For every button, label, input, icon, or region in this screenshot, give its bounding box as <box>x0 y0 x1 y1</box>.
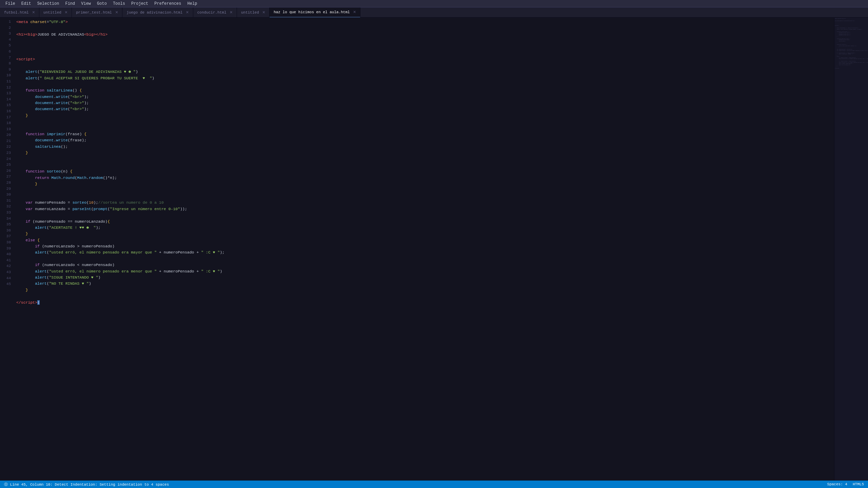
editor[interactable]: 1 2 3 4 5 6 7 8 9 10 11 12 13 14 15 16 1… <box>0 18 834 481</box>
status-message: ⓪ Line 45, Column 10: Detect Indentation… <box>4 482 169 487</box>
tab-label: juego de adivinacion.html <box>126 11 182 15</box>
menu-goto[interactable]: Goto <box>94 1 110 7</box>
tab-close-icon[interactable]: × <box>186 10 189 15</box>
menu-bar: File Edit Selection Find View Goto Tools… <box>0 0 868 7</box>
menu-project[interactable]: Project <box>129 1 151 7</box>
status-bar: ⓪ Line 45, Column 10: Detect Indentation… <box>0 481 868 488</box>
tab-juego-adivinacion[interactable]: juego de adivinacion.html × <box>122 7 193 18</box>
status-syntax[interactable]: HTML5 <box>853 482 864 486</box>
tab-primer-test[interactable]: primer_test.html × <box>72 7 122 18</box>
tab-haz-lo-que[interactable]: haz lo que hicimos en el aula.html × <box>270 7 360 18</box>
tab-close-icon[interactable]: × <box>353 10 356 15</box>
menu-help[interactable]: Help <box>185 1 200 7</box>
tab-label: futbol.html <box>4 11 29 15</box>
status-left: ⓪ Line 45, Column 10: Detect Indentation… <box>4 482 169 487</box>
status-right: Spaces: 4 HTML5 <box>827 482 864 486</box>
status-spaces[interactable]: Spaces: 4 <box>827 482 847 486</box>
tab-close-icon[interactable]: × <box>230 10 233 15</box>
menu-selection[interactable]: Selection <box>35 1 62 7</box>
tab-label: primer_test.html <box>76 11 112 15</box>
tab-futbol[interactable]: futbol.html × <box>0 7 39 18</box>
menu-view[interactable]: View <box>78 1 94 7</box>
menu-find[interactable]: Find <box>62 1 78 7</box>
tab-bar: futbol.html × untitled × primer_test.htm… <box>0 7 868 18</box>
menu-file[interactable]: File <box>3 1 18 7</box>
tab-untitled2[interactable]: untitled × <box>237 7 270 18</box>
main-layout: 1 2 3 4 5 6 7 8 9 10 11 12 13 14 15 16 1… <box>0 18 868 481</box>
tab-close-icon[interactable]: × <box>262 10 265 15</box>
menu-edit[interactable]: Edit <box>19 1 34 7</box>
tab-label: untitled <box>241 11 259 15</box>
tab-close-icon[interactable]: × <box>115 10 118 15</box>
code-content[interactable]: <meta charset="UTF-8"> <h1><big>JUEGO DE… <box>14 18 834 481</box>
menu-preferences[interactable]: Preferences <box>152 1 184 7</box>
tab-untitled1[interactable]: untitled × <box>39 7 72 18</box>
minimap[interactable]: <meta charset="UTF-8"> <h1><big>JUEGO DE… <box>834 18 868 481</box>
tab-label: haz lo que hicimos en el aula.html <box>274 10 350 14</box>
tab-conducir[interactable]: conducir.html × <box>193 7 237 18</box>
line-numbers: 1 2 3 4 5 6 7 8 9 10 11 12 13 14 15 16 1… <box>0 18 14 481</box>
tab-close-icon[interactable]: × <box>32 10 35 15</box>
tab-close-icon[interactable]: × <box>65 10 67 15</box>
menu-tools[interactable]: Tools <box>110 1 128 7</box>
tab-label: conducir.html <box>197 11 226 15</box>
minimap-content: <meta charset="UTF-8"> <h1><big>JUEGO DE… <box>834 18 868 69</box>
tab-label: untitled <box>43 11 61 15</box>
